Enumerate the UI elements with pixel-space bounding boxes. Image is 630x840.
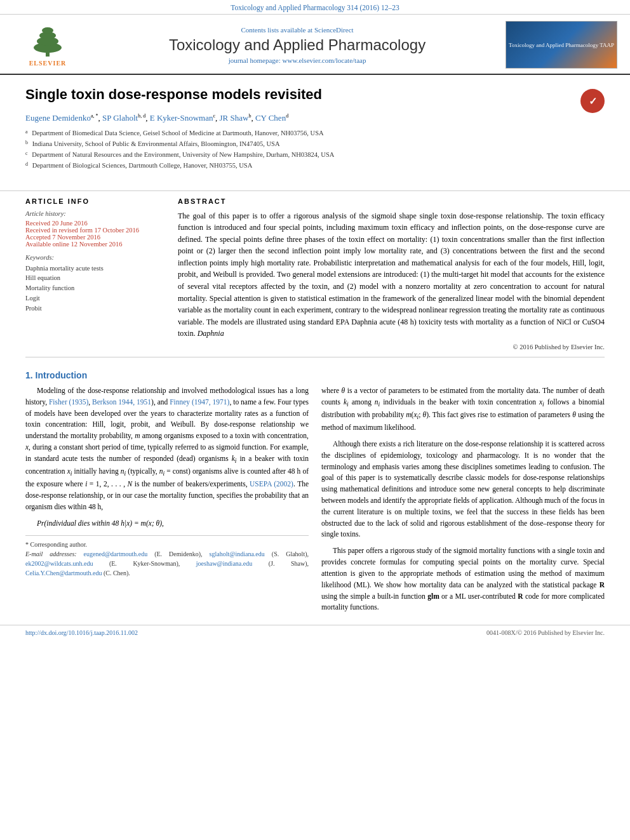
author-2-sup: b, d xyxy=(138,113,145,119)
available-date: Available online 12 November 2016 xyxy=(25,241,165,248)
author-5-sup: d xyxy=(286,113,288,119)
affiliation-b: b Indiana University, School of Public &… xyxy=(25,139,605,150)
keyword-4: Logit xyxy=(25,293,165,303)
article-info-heading: ARTICLE INFO xyxy=(25,197,165,205)
issn-line: 0041-008X/© 2016 Published by Elsevier I… xyxy=(486,629,605,636)
author-3: E Kyker-Snowman xyxy=(150,113,213,123)
usepa-ref[interactable]: USEPA (2002) xyxy=(250,480,293,488)
article-info-col: ARTICLE INFO Article history: Received 2… xyxy=(25,197,165,351)
email-4[interactable]: joeshaw@indiana.edu xyxy=(196,560,252,567)
berkson-ref[interactable]: Berkson 1944, 1951 xyxy=(92,398,151,406)
intro-p1: Modeling of the dose-response relationsh… xyxy=(25,385,309,513)
author-4-sup: b xyxy=(248,113,251,119)
keywords-label: Keywords: xyxy=(25,254,165,261)
intro-col2-p1: where θ is a vector of parameters to be … xyxy=(321,385,605,434)
science-direct-link[interactable]: ScienceDirect xyxy=(314,26,354,34)
intro-col2-p2: Although there exists a rich literature … xyxy=(321,439,605,540)
abstract-heading: ABSTRACT xyxy=(178,197,605,205)
article-info-abstract-section: ARTICLE INFO Article history: Received 2… xyxy=(0,197,630,351)
intro-col-2: where θ is a vector of parameters to be … xyxy=(321,385,605,618)
journal-reference-text: Toxicology and Applied Pharmacology 314 … xyxy=(231,4,399,11)
author-5: CY Chen xyxy=(255,113,286,123)
author-3-sup: c xyxy=(213,113,215,119)
paper-title: Single toxin dose-response models revisi… xyxy=(25,86,571,103)
keyword-3: Mortality function xyxy=(25,283,165,293)
keyword-2: Hill equation xyxy=(25,273,165,283)
intro-heading: 1. Introduction xyxy=(25,370,605,380)
introduction-section: 1. Introduction Modeling of the dose-res… xyxy=(0,364,630,625)
journal-thumbnail: Toxicology and Applied Pharmacology TAAP xyxy=(506,21,617,69)
crossmark-badge: ✓ xyxy=(580,89,605,113)
formula-1: Pr(individual dies within 48 h|x) = m(x;… xyxy=(37,518,309,530)
elsevier-brand-text: ELSEVIER xyxy=(29,60,67,67)
journal-name: Toxicology and Applied Pharmacology xyxy=(89,36,506,54)
email-5[interactable]: Celia.Y.Chen@dartmouth.edu xyxy=(25,570,102,577)
footnote-emails: E-mail addresses: eugened@dartmouth.edu … xyxy=(25,549,309,578)
received-date: Received 20 June 2016 xyxy=(25,220,165,227)
intro-col-1: Modeling of the dose-response relationsh… xyxy=(25,385,309,618)
keyword-1: Daphnia mortality acute tests xyxy=(25,263,165,274)
author-2: SP Glaholt xyxy=(102,113,138,123)
copyright-line: © 2016 Published by Elsevier Inc. xyxy=(178,343,605,350)
footnote-star: * Corresponding author. xyxy=(25,540,309,549)
author-4: JR Shaw xyxy=(220,113,249,123)
affiliations-block: a Department of Biomedical Data Science,… xyxy=(25,128,605,171)
keywords-section: Keywords: Daphnia mortality acute tests … xyxy=(25,254,165,314)
email-3[interactable]: ek2002@wildcats.unh.edu xyxy=(25,560,93,567)
journal-header: ELSEVIER Contents lists available at Sci… xyxy=(0,15,630,75)
journal-homepage: journal homepage: www.elsevier.com/locat… xyxy=(89,57,506,64)
intro-col2-p3: This paper offers a rigorous study of th… xyxy=(321,545,605,613)
journal-title-block: Contents lists available at ScienceDirec… xyxy=(89,26,506,64)
authors-line: Eugene Demidenkoa, *, SP Glaholtb, d, E … xyxy=(25,113,605,123)
elsevier-logo: ELSEVIER xyxy=(13,23,83,67)
homepage-url[interactable]: www.elsevier.com/locate/taap xyxy=(283,57,366,64)
paper-title-section: Single toxin dose-response models revisi… xyxy=(0,75,630,184)
accepted-date: Accepted 7 November 2016 xyxy=(25,234,165,241)
abstract-text: The goal of this paper is to offer a rig… xyxy=(178,210,605,340)
title-crossmark-row: Single toxin dose-response models revisi… xyxy=(25,86,605,113)
footnote-section: * Corresponding author. E-mail addresses… xyxy=(25,535,309,578)
intro-two-col: Modeling of the dose-response relationsh… xyxy=(25,385,605,618)
article-history-label: Article history: xyxy=(25,210,165,217)
journal-reference-bar: Toxicology and Applied Pharmacology 314 … xyxy=(0,0,630,15)
author-1: Eugene Demidenko xyxy=(25,113,91,123)
email-1[interactable]: eugened@dartmouth.edu xyxy=(84,550,148,557)
author-1-sup: a, * xyxy=(91,113,98,119)
crossmark-icon: ✓ xyxy=(589,95,597,107)
affiliation-a: a Department of Biomedical Data Science,… xyxy=(25,128,605,139)
svg-point-4 xyxy=(42,27,53,34)
contents-available: Contents lists available at ScienceDirec… xyxy=(89,26,506,34)
doi-link[interactable]: http://dx.doi.org/10.1016/j.taap.2016.11… xyxy=(25,629,138,636)
fisher-ref[interactable]: Fisher (1935) xyxy=(49,398,88,406)
revised-date: Received in revised form 17 October 2016 xyxy=(25,227,165,234)
elsevier-tree-icon xyxy=(22,23,73,58)
abstract-col: ABSTRACT The goal of this paper is to of… xyxy=(178,197,605,351)
email-2[interactable]: sglaholt@indiana.edu xyxy=(210,550,265,557)
affiliation-c: c Department of Natural Resources and th… xyxy=(25,150,605,161)
finney-ref[interactable]: Finney (1947, 1971) xyxy=(170,398,229,406)
bottom-bar: http://dx.doi.org/10.1016/j.taap.2016.11… xyxy=(0,625,630,640)
affiliation-d: d Department of Biological Sciences, Dar… xyxy=(25,161,605,171)
keyword-5: Probit xyxy=(25,303,165,314)
